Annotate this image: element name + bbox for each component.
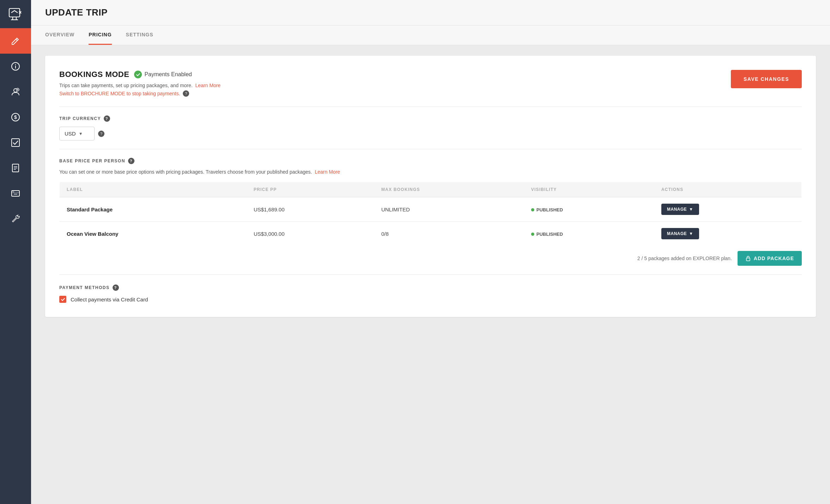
svg-rect-0 [9, 8, 20, 17]
sidebar-item-info[interactable] [0, 54, 31, 79]
package-actions-1: MANAGE ▼ [654, 197, 802, 222]
svg-point-3 [15, 64, 16, 65]
col-label: Label [60, 182, 247, 197]
table-row: Ocean View Balcony US$3,000.00 0/8 PUBLI… [60, 222, 802, 246]
sidebar-logo [0, 0, 31, 28]
svg-text:%: % [12, 191, 14, 193]
currency-select-wrapper: USD ▼ ? [59, 127, 802, 140]
bookings-mode-title: BOOKINGS MODE [59, 70, 129, 79]
sidebar-item-person[interactable] [0, 79, 31, 104]
package-label-1: Standard Package [60, 197, 247, 222]
manage-dropdown-arrow-2: ▼ [689, 231, 693, 236]
credit-card-checkbox[interactable] [59, 296, 66, 303]
lock-icon [745, 256, 751, 261]
col-actions: ACTIONS [654, 182, 802, 197]
add-package-row: 2 / 5 packages added on EXPLORER plan. A… [59, 251, 802, 266]
package-max-2: 0/8 [374, 222, 524, 246]
packages-count: 2 / 5 packages added on EXPLORER plan. [637, 256, 732, 261]
package-price-2: US$3,000.00 [247, 222, 374, 246]
svg-text:$: $ [14, 114, 17, 120]
base-price-label: BASE PRICE PER PERSON ? [59, 158, 802, 164]
switch-brochure-text[interactable]: Switch to BROCHURE MODE to stop taking p… [59, 90, 221, 97]
payments-enabled-text: Payments Enabled [144, 71, 192, 78]
save-changes-button[interactable]: SAVE CHANGES [731, 70, 802, 88]
main-content-area: BOOKINGS MODE Payments Enabled Trips can… [31, 45, 830, 504]
sidebar-item-dollar[interactable]: $ [0, 104, 31, 130]
currency-select[interactable]: USD ▼ [59, 127, 95, 140]
package-visibility-1: PUBLISHED [524, 197, 654, 222]
bookings-learn-more-link[interactable]: Learn More [195, 83, 221, 88]
bookings-description: Trips can take payments, set up pricing … [59, 83, 221, 88]
bookings-mode-header: BOOKINGS MODE Payments Enabled Trips can… [59, 70, 802, 98]
svg-rect-19 [746, 258, 750, 261]
main-content: UPDATE TRIP OVERVIEW PRICING SETTINGS BO… [31, 0, 830, 504]
page-title: UPDATE TRIP [45, 7, 816, 18]
manage-button-1[interactable]: MANAGE ▼ [661, 204, 699, 215]
published-dot-2 [531, 233, 534, 236]
sidebar-item-edit[interactable] [0, 28, 31, 54]
payment-methods-label: PAYMENT METHODS ? [59, 284, 802, 291]
switch-help-icon[interactable]: ? [183, 90, 189, 97]
bookings-mode-info: BOOKINGS MODE Payments Enabled Trips can… [59, 70, 221, 98]
base-price-description: You can set one or more base price optio… [59, 169, 802, 175]
sidebar-item-check[interactable] [0, 130, 31, 155]
sidebar-item-ticket[interactable]: % [0, 181, 31, 206]
payment-methods-section: PAYMENT METHODS ? Collect payments via C… [59, 284, 802, 303]
table-row: Standard Package US$1,689.00 UNLIMITED P… [60, 197, 802, 222]
trip-currency-section: TRIP CURRENCY ? USD ▼ ? [59, 115, 802, 140]
currency-help-icon[interactable]: ? [104, 115, 110, 122]
pricing-table: Label PRICE PP MAX BOOKINGS VISIBILITY A… [59, 182, 802, 246]
svg-rect-10 [12, 139, 19, 146]
package-price-1: US$1,689.00 [247, 197, 374, 222]
base-price-help-icon[interactable]: ? [128, 158, 134, 164]
add-package-button[interactable]: ADD PACKAGE [738, 251, 802, 266]
col-price: PRICE PP [247, 182, 374, 197]
currency-dropdown-arrow: ▼ [79, 131, 83, 136]
tab-pricing[interactable]: PRICING [89, 25, 112, 45]
credit-card-label: Collect payments via Credit Card [71, 296, 148, 302]
pricing-card: BOOKINGS MODE Payments Enabled Trips can… [45, 56, 816, 317]
package-max-1: UNLIMITED [374, 197, 524, 222]
package-actions-2: MANAGE ▼ [654, 222, 802, 246]
currency-info-icon[interactable]: ? [98, 131, 104, 137]
col-visibility: VISIBILITY [524, 182, 654, 197]
payments-enabled-badge: Payments Enabled [134, 71, 192, 78]
trip-currency-label: TRIP CURRENCY ? [59, 115, 802, 122]
page-header: UPDATE TRIP [31, 0, 830, 25]
package-label-2: Ocean View Balcony [60, 222, 247, 246]
tab-settings[interactable]: SETTINGS [126, 25, 154, 45]
payment-methods-help-icon[interactable]: ? [113, 284, 119, 291]
check-circle-icon [134, 71, 142, 78]
base-price-learn-more-link[interactable]: Learn More [315, 169, 340, 175]
manage-dropdown-arrow-1: ▼ [689, 207, 693, 212]
manage-button-2[interactable]: MANAGE ▼ [661, 228, 699, 239]
bookings-mode-title-row: BOOKINGS MODE Payments Enabled [59, 70, 221, 79]
sidebar-item-wrench[interactable] [0, 206, 31, 232]
tab-overview[interactable]: OVERVIEW [45, 25, 74, 45]
base-price-section: BASE PRICE PER PERSON ? You can set one … [59, 158, 802, 266]
sidebar: $ % [0, 0, 31, 504]
col-max-bookings: MAX BOOKINGS [374, 182, 524, 197]
tab-bar: OVERVIEW PRICING SETTINGS [31, 25, 830, 45]
package-visibility-2: PUBLISHED [524, 222, 654, 246]
sidebar-item-document[interactable] [0, 155, 31, 181]
published-dot-1 [531, 208, 534, 211]
credit-card-row: Collect payments via Credit Card [59, 296, 802, 303]
